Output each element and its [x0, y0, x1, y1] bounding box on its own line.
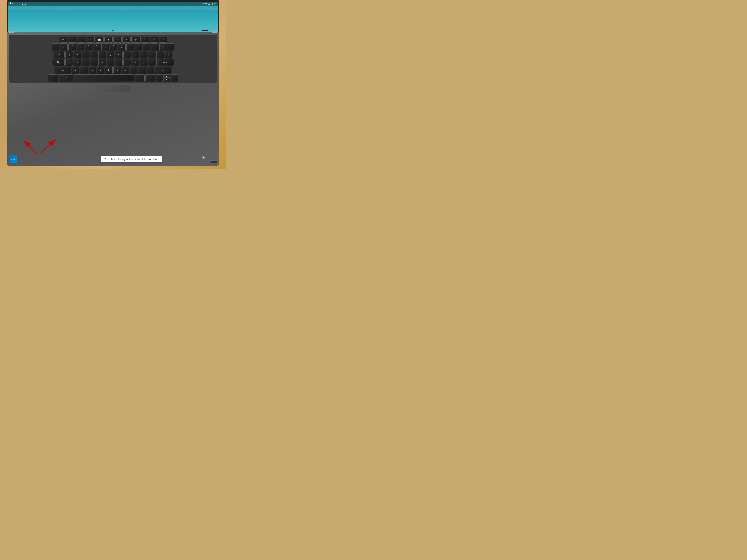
key-3[interactable]: #3: [77, 44, 84, 50]
key-minus[interactable]: —-: [143, 44, 151, 50]
key-k[interactable]: k: [123, 59, 131, 66]
arrow-up-down-cluster: ▲ ▼: [163, 74, 170, 81]
key-arrow-up[interactable]: ▲: [163, 74, 170, 78]
battery-icon: 🔋: [211, 3, 213, 5]
vent-slot: [207, 30, 208, 31]
annotation-arrows: [18, 135, 71, 155]
key-search[interactable]: 🔍: [52, 59, 65, 66]
key-brightness-up[interactable]: ☀: [122, 36, 131, 43]
key-6[interactable]: ^6: [102, 44, 109, 50]
key-arrow-right[interactable]: →: [171, 74, 178, 81]
key-d[interactable]: d: [82, 59, 89, 66]
key-alt-right[interactable]: alt: [135, 74, 145, 81]
shutdown-button[interactable]: Shut down: [9, 3, 19, 5]
key-overview[interactable]: ▣: [104, 36, 112, 43]
key-alt-left[interactable]: alt: [59, 74, 73, 81]
key-f[interactable]: f: [90, 59, 98, 66]
key-c[interactable]: c: [88, 66, 96, 73]
key-q[interactable]: q: [65, 51, 73, 58]
system-tray: 11:01 ▲ 🔋 US: [203, 3, 216, 5]
bottom-row: ctrl alt alt ctrl ← ▲ ▼ →: [11, 74, 215, 81]
key-ctrl-left[interactable]: ctrl: [48, 74, 58, 81]
key-mute[interactable]: 🔇: [131, 36, 140, 43]
apps-grid-icon: [21, 3, 23, 5]
key-z[interactable]: z: [72, 66, 79, 73]
key-4[interactable]: $4: [85, 44, 93, 50]
key-backslash[interactable]: |\: [165, 51, 172, 58]
key-comma[interactable]: <,: [130, 66, 137, 73]
key-j[interactable]: j: [115, 59, 123, 66]
key-r[interactable]: r: [90, 51, 98, 58]
key-5[interactable]: %5: [93, 44, 101, 50]
zxcv-row: shift z x c v b n m <, >. ?/ shift: [11, 66, 215, 73]
key-arrow-down[interactable]: ▼: [163, 78, 170, 81]
key-brightness-down[interactable]: ☼: [113, 36, 122, 43]
key-2[interactable]: @2: [68, 44, 76, 50]
key-o[interactable]: o: [132, 51, 139, 58]
key-semicolon[interactable]: :;: [140, 59, 148, 66]
key-quote[interactable]: "': [148, 59, 156, 66]
key-fullscreen[interactable]: ⬜: [95, 36, 104, 43]
chromeos-taskbar: Shut down Apps 11:01: [8, 1, 218, 6]
key-n[interactable]: n: [113, 66, 121, 73]
key-1[interactable]: !1: [60, 44, 68, 50]
key-esc[interactable]: esc: [59, 36, 68, 43]
key-w[interactable]: w: [74, 51, 81, 58]
key-bracket-right[interactable]: }]: [156, 51, 164, 58]
key-arrow-left[interactable]: ←: [156, 74, 163, 81]
wifi-icon: ▲: [208, 3, 210, 5]
key-t[interactable]: t: [99, 51, 106, 58]
key-b[interactable]: b: [105, 66, 112, 73]
key-bracket-left[interactable]: {[: [148, 51, 156, 58]
key-h[interactable]: h: [107, 59, 114, 66]
key-back[interactable]: ←: [68, 36, 76, 43]
clock: 11:01: [203, 3, 207, 5]
apps-button[interactable]: Apps: [21, 3, 27, 5]
key-y[interactable]: y: [107, 51, 114, 58]
hinge-right: [212, 31, 216, 33]
key-i[interactable]: i: [123, 51, 131, 58]
chrome-logo: chromebook: [202, 156, 217, 159]
key-vol-down[interactable]: 🔉: [140, 36, 149, 43]
key-shift-right[interactable]: shift: [155, 66, 171, 73]
key-space[interactable]: [74, 74, 134, 81]
shutdown-label: Shut down: [12, 3, 19, 5]
instruction-text: Press the control key and space bar at t…: [104, 158, 158, 161]
asdf-row: 🔍 a s d f g h j k l :; "' enter: [11, 59, 215, 66]
number-row: ~` !1 @2 #3 $4 %5 ^6 &7 *8 (9 )0 —- += b…: [11, 44, 215, 50]
browser-bar: ← Back: [8, 6, 218, 10]
key-s[interactable]: s: [74, 59, 81, 66]
key-enter[interactable]: enter: [156, 59, 174, 66]
key-forward[interactable]: →: [77, 36, 85, 43]
key-shift-left[interactable]: shift: [55, 66, 71, 73]
key-equals[interactable]: +=: [151, 44, 159, 50]
key-e[interactable]: e: [82, 51, 89, 58]
key-v[interactable]: v: [97, 66, 104, 73]
key-g[interactable]: g: [99, 59, 106, 66]
laptop-lid: Shut down Apps 11:01: [7, 0, 220, 32]
instruction-box: Press the control key and space bar at t…: [101, 156, 162, 162]
key-backspace[interactable]: backspace: [159, 44, 174, 50]
vent-area: [202, 30, 208, 31]
touchpad[interactable]: [96, 84, 130, 92]
key-l[interactable]: l: [132, 59, 139, 66]
key-power[interactable]: ⏻: [158, 36, 167, 43]
key-0[interactable]: )0: [135, 44, 142, 50]
key-9[interactable]: (9: [126, 44, 134, 50]
key-p[interactable]: p: [140, 51, 148, 58]
key-vol-up[interactable]: 🔊: [150, 36, 158, 43]
key-tab[interactable]: tab: [54, 51, 65, 58]
key-ctrl-right[interactable]: ctrl: [145, 74, 155, 81]
usb-port: [112, 30, 114, 31]
key-u[interactable]: u: [115, 51, 123, 58]
key-8[interactable]: *8: [118, 44, 126, 50]
key-period[interactable]: >.: [138, 66, 146, 73]
key-m[interactable]: m: [122, 66, 129, 73]
key-refresh[interactable]: ↺: [86, 36, 95, 43]
key-slash[interactable]: ?/: [147, 66, 154, 73]
key-tilde[interactable]: ~`: [52, 44, 59, 50]
key-a[interactable]: a: [65, 59, 73, 66]
key-7[interactable]: &7: [110, 44, 117, 50]
key-x[interactable]: x: [80, 66, 88, 73]
back-button[interactable]: ← Back: [9, 7, 15, 9]
